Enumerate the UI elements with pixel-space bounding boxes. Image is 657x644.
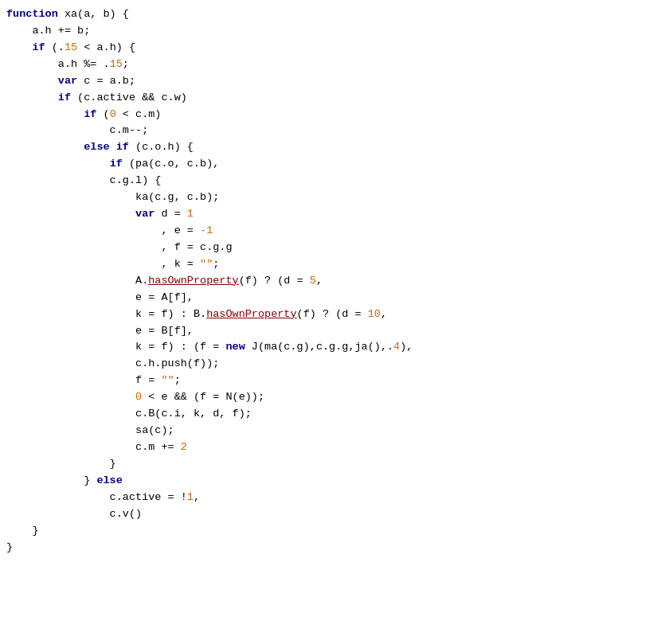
code-line-16: , k = ""; <box>0 256 657 273</box>
code-line-6: if (c.active && c.w) <box>0 90 657 107</box>
code-line-33: } <box>0 540 657 556</box>
code-line-30: c.active = !1, <box>0 490 657 506</box>
code-line-1: function xa(a, b) { <box>0 6 657 23</box>
code-line-14: , e = -1 <box>0 223 657 240</box>
code-line-12: ka(c.g, c.b); <box>0 189 657 206</box>
code-line-20: e = B[f], <box>0 323 657 340</box>
code-line-5: var c = a.b; <box>0 73 657 90</box>
code-line-9: else if (c.o.h) { <box>0 139 657 156</box>
code-line-23: f = ""; <box>0 373 657 389</box>
code-line-25: c.B(c.i, k, d, f); <box>0 406 657 423</box>
code-line-32: } <box>0 523 657 540</box>
code-line-18: e = A[f], <box>0 290 657 306</box>
code-line-8: c.m--; <box>0 123 657 139</box>
code-editor: function xa(a, b) { a.h += b; if (.15 < … <box>0 0 657 644</box>
code-line-31: c.v() <box>0 506 657 523</box>
code-line-13: var d = 1 <box>0 206 657 223</box>
code-line-11: c.g.l) { <box>0 173 657 189</box>
code-line-3: if (.15 < a.h) { <box>0 40 657 57</box>
code-line-22: c.h.push(f)); <box>0 356 657 373</box>
code-line-21: k = f) : (f = new J(ma(c.g),c.g.g,ja(),.… <box>0 339 657 356</box>
code-line-7: if (0 < c.m) <box>0 107 657 123</box>
code-line-4: a.h %= .15; <box>0 57 657 73</box>
code-line-29: } else <box>0 473 657 490</box>
code-line-28: } <box>0 456 657 473</box>
code-line-27: c.m += 2 <box>0 439 657 456</box>
code-line-26: sa(c); <box>0 423 657 439</box>
code-line-17: A.hasOwnProperty(f) ? (d = 5, <box>0 273 657 290</box>
code-line-2: a.h += b; <box>0 23 657 40</box>
code-line-15: , f = c.g.g <box>0 240 657 256</box>
code-line-10: if (pa(c.o, c.b), <box>0 156 657 173</box>
code-line-24: 0 < e && (f = N(e)); <box>0 389 657 406</box>
code-line-19: k = f) : B.hasOwnProperty(f) ? (d = 10, <box>0 306 657 323</box>
